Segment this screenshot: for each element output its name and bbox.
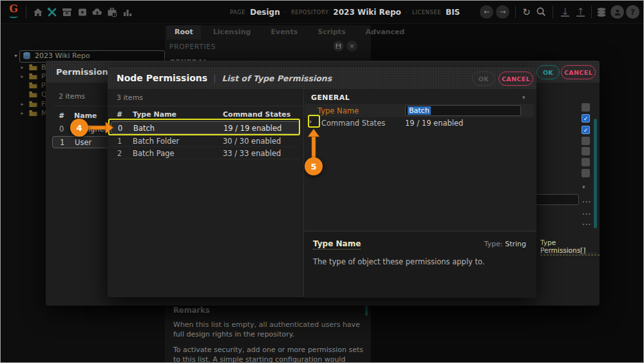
tree-expander-icon[interactable]: ▾ bbox=[13, 53, 19, 59]
home-icon[interactable] bbox=[32, 6, 44, 18]
row-name: User bbox=[75, 138, 91, 147]
command-states-value: 19 / 19 enabled bbox=[405, 119, 463, 128]
chevron-down-icon[interactable]: ▾ bbox=[582, 184, 585, 190]
help-icon[interactable]: ? bbox=[626, 5, 639, 19]
tree-expander-icon[interactable]: ▸ bbox=[19, 110, 25, 116]
column-header-index[interactable]: # bbox=[117, 110, 122, 119]
permission-checkbox[interactable] bbox=[582, 169, 590, 177]
search-icon[interactable] bbox=[535, 6, 547, 17]
row-command-states: 30 / 30 enabled bbox=[223, 137, 281, 146]
row-divider bbox=[111, 146, 299, 147]
remarks-title: Remarks bbox=[173, 306, 370, 315]
licensee-label: LICENSEE bbox=[412, 9, 441, 15]
cancel-button[interactable]: CANCEL bbox=[561, 65, 596, 79]
ellipsis-button[interactable]: ... bbox=[582, 219, 591, 226]
upload-icon[interactable]: ↑ bbox=[574, 5, 587, 19]
repository-icon bbox=[23, 52, 31, 60]
archive-box-icon[interactable] bbox=[61, 6, 73, 18]
tree-root-label: 2023 Wiki Repo bbox=[35, 52, 90, 60]
ok-button[interactable]: OK bbox=[472, 72, 495, 86]
table-row-batch[interactable]: 0 Batch 19 / 19 enabled bbox=[111, 121, 299, 134]
type-name-input[interactable]: Batch bbox=[405, 105, 521, 116]
table-row-designer[interactable]: Designer bbox=[74, 124, 108, 133]
page-value[interactable]: Design bbox=[250, 8, 280, 17]
download-icon[interactable]: ↓ bbox=[558, 5, 572, 19]
tab-root[interactable]: Root bbox=[167, 25, 201, 39]
table-row-batch-folder[interactable]: Batch Folder bbox=[133, 137, 179, 146]
play-box-icon[interactable] bbox=[77, 6, 88, 18]
ellipsis-button[interactable]: ... bbox=[582, 209, 591, 216]
dialog-scrollbar[interactable] bbox=[594, 119, 597, 228]
permission-checkbox[interactable]: ✓ bbox=[582, 126, 590, 134]
expand-command-states-button[interactable]: › bbox=[309, 118, 312, 125]
help-property-type: Type: String bbox=[484, 240, 526, 248]
dialog-title: Node Permissions bbox=[117, 73, 207, 83]
breadcrumb-dot: · bbox=[285, 8, 287, 15]
refresh-icon[interactable]: ↻ bbox=[520, 5, 533, 19]
type-name-label[interactable]: Type Name bbox=[317, 106, 359, 115]
row-command-states: 33 / 33 enabled bbox=[223, 149, 281, 158]
tree-expander-icon[interactable]: ▸ bbox=[19, 101, 25, 107]
top-toolbar: G bbox=[1, 1, 643, 24]
page-label: PAGE bbox=[230, 9, 245, 15]
divider bbox=[539, 253, 597, 253]
cloud-upload-icon[interactable] bbox=[91, 6, 103, 18]
database-icon[interactable] bbox=[596, 6, 607, 18]
permission-checkbox[interactable] bbox=[582, 147, 590, 155]
app-logo[interactable]: G bbox=[7, 3, 20, 18]
column-header-name[interactable]: Name bbox=[74, 112, 97, 120]
permission-checkbox[interactable] bbox=[582, 158, 590, 166]
general-section-header[interactable]: GENERAL bbox=[311, 93, 350, 102]
save-properties-button[interactable] bbox=[333, 41, 344, 52]
breadcrumb-dot: · bbox=[406, 8, 408, 15]
tab-scripts[interactable]: Scripts bbox=[310, 25, 353, 39]
repository-value[interactable]: 2023 Wiki Repo bbox=[333, 8, 401, 17]
tree-expander-icon[interactable]: ▸ bbox=[19, 64, 25, 70]
tab-licensing[interactable]: Licensing bbox=[205, 25, 259, 39]
items-count: 3 items bbox=[117, 93, 143, 102]
column-header-type-name[interactable]: Type Name bbox=[133, 110, 176, 119]
table-row-batch-page[interactable]: Batch Page bbox=[133, 149, 175, 158]
back-button[interactable]: ← bbox=[480, 5, 493, 19]
folder-icon bbox=[29, 64, 37, 71]
toolbar-divider bbox=[591, 6, 592, 18]
permission-checkbox[interactable]: ✓ bbox=[582, 114, 590, 123]
user-icon[interactable] bbox=[611, 5, 624, 19]
permission-checkbox[interactable] bbox=[582, 137, 590, 145]
folder-icon bbox=[29, 91, 37, 98]
help-description: The type of object these permissions app… bbox=[313, 257, 485, 266]
close-properties-button[interactable]: × bbox=[346, 41, 357, 52]
ok-button[interactable]: OK bbox=[536, 65, 560, 79]
properties-header: PROPERTIES bbox=[169, 43, 216, 50]
logo-letter: G bbox=[9, 3, 18, 15]
tree-root-item[interactable]: ▾ 2023 Wiki Repo bbox=[13, 52, 90, 60]
licensee-value[interactable]: BIS bbox=[446, 8, 460, 17]
row-index: 1 bbox=[117, 137, 122, 146]
briefcase-clock-icon[interactable] bbox=[106, 6, 118, 18]
help-property-name: Type Name bbox=[313, 239, 361, 250]
column-header-command-states[interactable]: Command States bbox=[223, 110, 290, 119]
permission-checkbox[interactable] bbox=[582, 103, 590, 112]
toolbar-divider bbox=[553, 6, 553, 18]
tab-bar: Root Licensing Events Scripts Advanced bbox=[167, 25, 417, 39]
tree-expander-icon[interactable]: ▸ bbox=[19, 74, 25, 79]
row-index: 0 bbox=[59, 124, 64, 133]
column-header-index[interactable]: # bbox=[59, 112, 64, 120]
chevron-down-icon[interactable]: ▾ bbox=[522, 94, 526, 101]
forward-icon: → bbox=[500, 8, 506, 16]
repository-label: REPOSITORY bbox=[291, 9, 328, 15]
bar-chart-icon[interactable] bbox=[122, 6, 133, 18]
tab-advanced[interactable]: Advanced bbox=[358, 25, 413, 39]
dialog-subtitle: List of Type Permissions bbox=[222, 74, 332, 83]
forward-button[interactable]: → bbox=[496, 5, 509, 19]
row-index: 0 bbox=[118, 124, 122, 133]
tools-icon[interactable] bbox=[46, 6, 58, 18]
folder-icon bbox=[29, 82, 37, 89]
row-index: 2 bbox=[117, 149, 122, 158]
command-states-label[interactable]: Command States bbox=[321, 119, 385, 128]
tab-events[interactable]: Events bbox=[263, 25, 305, 39]
folder-icon bbox=[29, 110, 37, 117]
ellipsis-button[interactable]: ... bbox=[582, 197, 591, 204]
cancel-button[interactable]: CANCEL bbox=[498, 72, 533, 86]
toolbar-divider bbox=[515, 6, 516, 18]
